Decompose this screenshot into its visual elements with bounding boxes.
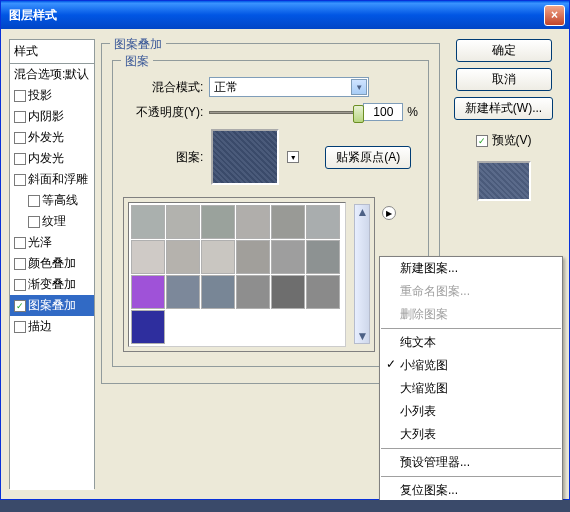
opacity-input[interactable]: 100 [363,103,403,121]
pattern-thumb[interactable] [306,205,340,239]
pattern-grid [128,202,346,347]
checkbox-icon [14,258,26,270]
pattern-thumb[interactable] [131,205,165,239]
checkbox-icon [14,111,26,123]
menu-small-list[interactable]: 小列表 [380,400,562,423]
pattern-thumb[interactable] [271,240,305,274]
pattern-thumb[interactable] [236,275,270,309]
cancel-button[interactable]: 取消 [456,68,552,91]
menu-separator [381,448,561,449]
pattern-thumb[interactable] [166,275,200,309]
flyout-menu-button[interactable]: ▶ [382,206,396,220]
checkbox-icon: ✓ [14,300,26,312]
blend-mode-label: 混合模式: [123,79,203,96]
scrollbar[interactable]: ▲▼ [354,204,370,344]
sidebar-item[interactable]: 内发光 [10,148,94,169]
pattern-thumb[interactable] [201,240,235,274]
checkbox-icon [14,237,26,249]
pattern-thumb[interactable] [131,310,165,344]
titlebar[interactable]: 图层样式 × [1,1,569,29]
sidebar-item[interactable]: 渐变叠加 [10,274,94,295]
pattern-thumb[interactable] [306,240,340,274]
sidebar-item[interactable]: 等高线 [10,190,94,211]
opacity-label: 不透明度(Y): [123,104,203,121]
layer-style-dialog: 图层样式 × 样式 混合选项:默认 投影内阴影外发光内发光斜面和浮雕等高线纹理光… [0,0,570,500]
opacity-unit: % [407,105,418,119]
sidebar-item[interactable]: 外发光 [10,127,94,148]
sidebar-item[interactable]: 描边 [10,316,94,337]
inner-legend: 图案 [121,53,153,70]
group-legend: 图案叠加 [110,36,166,53]
pattern-thumb[interactable] [306,275,340,309]
pattern-swatch[interactable] [211,129,279,185]
pattern-thumb[interactable] [166,205,200,239]
sidebar-item[interactable]: 内阴影 [10,106,94,127]
close-button[interactable]: × [544,5,565,26]
menu-small-thumb[interactable]: 小缩览图 [380,354,562,377]
dropdown-arrow-icon: ▼ [351,79,367,95]
checkbox-icon [14,132,26,144]
sidebar-item[interactable]: 投影 [10,85,94,106]
pattern-thumb[interactable] [236,240,270,274]
pattern-thumb[interactable] [271,205,305,239]
menu-large-list[interactable]: 大列表 [380,423,562,446]
sidebar-item[interactable]: 光泽 [10,232,94,253]
snap-origin-button[interactable]: 贴紧原点(A) [325,146,411,169]
sidebar-list: 混合选项:默认 投影内阴影外发光内发光斜面和浮雕等高线纹理光泽颜色叠加渐变叠加✓… [10,64,94,490]
styles-sidebar: 样式 混合选项:默认 投影内阴影外发光内发光斜面和浮雕等高线纹理光泽颜色叠加渐变… [9,39,95,489]
menu-preset-manager[interactable]: 预设管理器... [380,451,562,474]
new-style-button[interactable]: 新建样式(W)... [454,97,553,120]
menu-delete-pattern: 删除图案 [380,303,562,326]
sidebar-item[interactable]: 斜面和浮雕 [10,169,94,190]
menu-rename-pattern: 重命名图案... [380,280,562,303]
menu-new-pattern[interactable]: 新建图案... [380,257,562,280]
checkbox-icon [14,174,26,186]
ok-button[interactable]: 确定 [456,39,552,62]
sidebar-item[interactable]: 颜色叠加 [10,253,94,274]
window-title: 图层样式 [5,7,544,24]
menu-separator [381,328,561,329]
pattern-thumb[interactable] [131,275,165,309]
pattern-thumb[interactable] [201,275,235,309]
slider-thumb[interactable] [353,105,364,123]
sidebar-item[interactable]: ✓图案叠加 [10,295,94,316]
pattern-label: 图案: [123,149,203,166]
checkbox-icon [14,153,26,165]
sidebar-blend-options[interactable]: 混合选项:默认 [10,64,94,85]
menu-separator [381,476,561,477]
preview-checkbox[interactable]: ✓ 预览(V) [476,132,532,149]
sidebar-item[interactable]: 纹理 [10,211,94,232]
pattern-thumb[interactable] [271,275,305,309]
sidebar-header[interactable]: 样式 [10,40,94,64]
pattern-thumb[interactable] [166,240,200,274]
menu-text-only[interactable]: 纯文本 [380,331,562,354]
checkbox-icon [28,216,40,228]
preview-swatch [477,161,531,201]
pattern-thumb[interactable] [131,240,165,274]
opacity-slider[interactable] [209,111,359,114]
blend-mode-select[interactable]: 正常 ▼ [209,77,369,97]
menu-large-thumb[interactable]: 大缩览图 [380,377,562,400]
scroll-up-icon: ▲ [356,205,368,219]
checkbox-icon [14,279,26,291]
pattern-picker: ▲▼ ▶ [123,197,375,352]
context-menu: 新建图案... 重命名图案... 删除图案 纯文本 小缩览图 大缩览图 小列表 … [379,256,563,500]
pattern-thumb[interactable] [236,205,270,239]
pattern-dropdown-icon[interactable]: ▼ [287,151,299,163]
close-icon: × [551,8,558,22]
checkbox-icon [14,321,26,333]
scroll-down-icon: ▼ [356,329,368,343]
pattern-thumb[interactable] [201,205,235,239]
checkbox-icon: ✓ [476,135,488,147]
checkbox-icon [14,90,26,102]
checkbox-icon [28,195,40,207]
menu-reset-patterns[interactable]: 复位图案... [380,479,562,500]
